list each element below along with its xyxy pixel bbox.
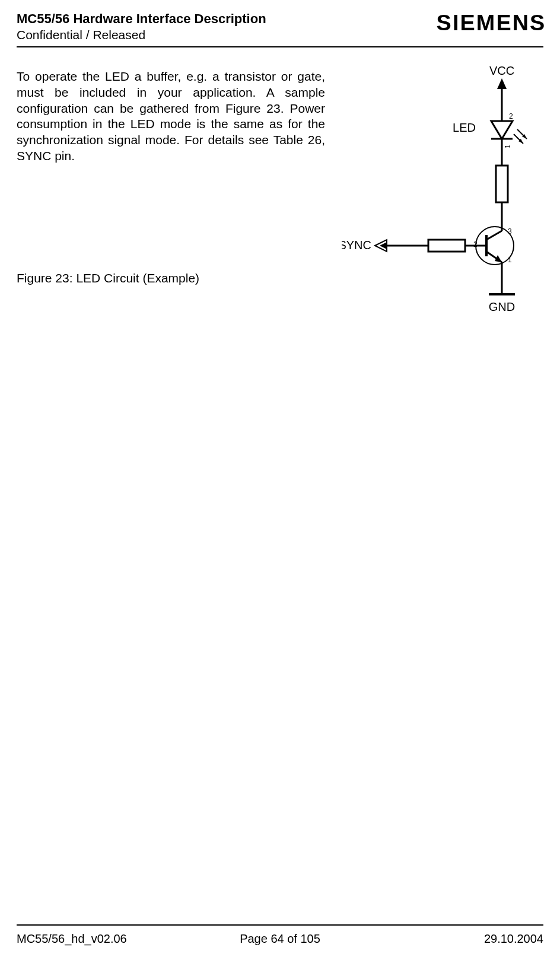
label-gnd: GND: [489, 300, 515, 313]
header-rule: [17, 46, 543, 47]
svg-marker-1: [497, 78, 507, 89]
doc-title: MC55/56 Hardware Interface Description: [17, 11, 266, 27]
label-led-cathode: 1: [504, 144, 512, 148]
svg-rect-20: [428, 240, 465, 252]
footer-page-number: Page 64 of 105: [192, 932, 368, 946]
footer-rule: [17, 924, 543, 926]
label-led: LED: [453, 121, 476, 134]
footer-version: MC55/56_hd_v02.06: [17, 932, 192, 946]
label-led-anode: 2: [509, 112, 513, 120]
label-transistor-collector: 3: [508, 227, 512, 236]
header-left: MC55/56 Hardware Interface Description C…: [17, 11, 266, 43]
led-circuit-diagram: VCC LED 2 1 3: [342, 62, 543, 323]
footer-date: 29.10.2004: [368, 932, 543, 946]
siemens-logo: SIEMENS: [437, 11, 546, 36]
body-paragraph: To operate the LED a buffer, e.g. a tran…: [17, 69, 325, 164]
svg-rect-10: [496, 166, 508, 202]
label-sync: SYNC: [342, 239, 371, 252]
label-transistor-emitter: 1: [508, 256, 512, 264]
doc-subtitle: Confidential / Released: [17, 27, 266, 43]
page: MC55/56 Hardware Interface Description C…: [0, 0, 560, 960]
svg-line-14: [486, 231, 502, 240]
label-transistor-base: 2: [473, 240, 478, 249]
content-area: To operate the LED a buffer, e.g. a tran…: [17, 69, 543, 285]
label-vcc: VCC: [489, 64, 514, 77]
page-header: MC55/56 Hardware Interface Description C…: [17, 11, 543, 43]
svg-marker-3: [491, 121, 513, 139]
page-footer: MC55/56_hd_v02.06 Page 64 of 105 29.10.2…: [17, 932, 543, 946]
